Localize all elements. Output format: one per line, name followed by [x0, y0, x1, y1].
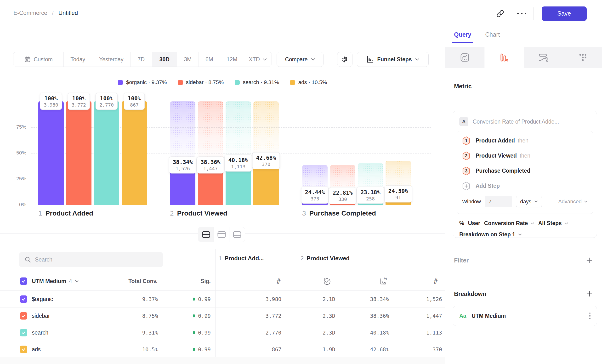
table-row-organic[interactable]: $organic9.37%0.993,9802.1D38.34%1,526: [0, 291, 445, 308]
legend-item-search[interactable]: search · 9.31%: [235, 79, 279, 86]
measure-scope-select[interactable]: All Steps: [538, 220, 561, 226]
window-unit-select[interactable]: days: [516, 196, 542, 207]
tab-chart[interactable]: Chart: [485, 31, 500, 42]
bar-organic-step1[interactable]: 100%3,980: [38, 101, 64, 205]
share-link-button[interactable]: [493, 6, 507, 21]
bar-ads-step3[interactable]: 24.59%91: [386, 101, 411, 205]
row-checkbox[interactable]: [20, 312, 27, 320]
window-value-input[interactable]: [485, 196, 512, 207]
chart-type-funnel[interactable]: [484, 47, 524, 68]
view-toggle-table-only[interactable]: [229, 227, 245, 242]
query-step-1[interactable]: 1Product Addedthen: [457, 133, 593, 148]
bar-value-label: 22.81%330: [329, 187, 356, 204]
bar-count: 3,980: [44, 102, 58, 108]
add-filter-button[interactable]: [586, 257, 593, 264]
bar-sidebar-step1[interactable]: 100%3,772: [66, 101, 91, 205]
range-12m[interactable]: 12M: [220, 52, 244, 67]
sig-number: 0.99: [198, 296, 211, 302]
range-xtd[interactable]: XTD: [244, 52, 271, 67]
sig-number: 0.99: [198, 330, 211, 335]
significance-dot: [193, 348, 195, 351]
count-column-icon[interactable]: #: [433, 277, 438, 285]
advanced-toggle[interactable]: Advanced: [558, 199, 588, 205]
filter-section: Filter: [454, 254, 593, 267]
measure-type-select[interactable]: Conversion Rate: [484, 220, 528, 226]
bar-ads-step1[interactable]: 100%867: [122, 101, 147, 205]
range-label: 6M: [205, 56, 213, 63]
measure-entity[interactable]: User: [468, 220, 480, 226]
range-30d[interactable]: 30D: [152, 52, 177, 67]
range-today[interactable]: Today: [64, 52, 92, 67]
chart-settings-button[interactable]: [337, 52, 353, 67]
bar-group-step-2: 38.34%1,52638.36%1,44740.18%1,11342.68%3…: [170, 101, 279, 205]
range-yesterday[interactable]: Yesterday: [92, 52, 130, 67]
count-column-icon[interactable]: #: [276, 277, 281, 285]
table-row-ads[interactable]: ads10.5%0.998671.9D42.68%370: [0, 341, 445, 358]
breakdown-column-header[interactable]: UTM Medium 4: [32, 278, 78, 285]
legend-item-sidebar[interactable]: sidebar · 8.75%: [178, 79, 224, 86]
save-button[interactable]: Save: [542, 6, 587, 21]
add-step-button[interactable]: Add Step: [457, 178, 593, 193]
compare-button[interactable]: Compare: [277, 52, 323, 67]
breakdown-on-select[interactable]: Breakdown on Step 1: [453, 226, 597, 238]
chart-type-dots[interactable]: [563, 47, 602, 68]
window-label: Window: [462, 199, 481, 205]
more-options-button[interactable]: [515, 6, 529, 21]
chart-type-flow[interactable]: [524, 47, 563, 68]
table-step1-header[interactable]: 1 Product Add...: [219, 255, 264, 262]
total-conv-column-header[interactable]: Total Conv.: [128, 278, 158, 285]
legend-item-organic[interactable]: $organic · 9.37%: [118, 79, 167, 86]
table-row-sidebar[interactable]: sidebar8.75%0.993,7722.3D38.36%1,447: [0, 308, 445, 324]
row-checkbox[interactable]: [20, 329, 27, 336]
funnel-steps-list: 1Product Addedthen 2Product Viewedthen 3…: [457, 133, 593, 178]
bar-sidebar-step3[interactable]: 22.81%330: [330, 101, 355, 205]
step-badge-icon: 3: [462, 166, 470, 176]
bar-organic-step2[interactable]: 38.34%1,526: [170, 101, 195, 205]
metric-title-row[interactable]: A Conversion Rate of Product Adde...: [453, 111, 597, 126]
panel-tabs: Query Chart: [454, 31, 500, 42]
link-icon: [496, 10, 504, 18]
view-toggle-chart-only[interactable]: [214, 227, 229, 242]
conversion-rate-column-icon[interactable]: %: [379, 277, 387, 285]
bar-value-label: 100%2,770: [96, 93, 118, 110]
table-row-search[interactable]: search9.31%0.992,7702.3D40.18%1,113: [0, 324, 445, 341]
query-step-3[interactable]: 3Purchase Completed: [457, 163, 593, 178]
range-custom[interactable]: Custom: [13, 52, 64, 67]
table-step2-header[interactable]: 2 Product Viewed: [301, 255, 350, 262]
range-6m[interactable]: 6M: [199, 52, 220, 67]
add-breakdown-button[interactable]: [586, 290, 593, 297]
chart-type-line[interactable]: [445, 47, 484, 68]
row-checkbox[interactable]: [20, 295, 27, 303]
bar-search-step3[interactable]: 23.18%258: [358, 101, 383, 205]
time-to-convert-icon[interactable]: [323, 277, 331, 285]
breakdown-item-utm-medium[interactable]: Aa UTM Medium: [453, 306, 597, 326]
measure-row: % User Conversion Rate All Steps: [453, 214, 597, 226]
kebab-menu-icon[interactable]: [589, 312, 591, 320]
range-7d[interactable]: 7D: [130, 52, 152, 67]
step-number: 1: [38, 210, 42, 217]
y-axis-tick: 50%: [7, 150, 26, 156]
select-all-checkbox[interactable]: [20, 278, 27, 285]
legend-item-ads[interactable]: ads · 10.5%: [290, 79, 327, 86]
bar-search-step2[interactable]: 40.18%1,113: [226, 101, 251, 205]
query-step-2[interactable]: 2Product Viewedthen: [457, 148, 593, 163]
flow-icon: [538, 53, 548, 62]
bar-ads-step2[interactable]: 42.68%370: [253, 101, 279, 205]
sig-column-header[interactable]: Sig.: [201, 278, 211, 285]
bar-sidebar-step2[interactable]: 38.36%1,447: [198, 101, 223, 205]
breadcrumb-current[interactable]: Untitled: [58, 10, 78, 16]
view-toggle-split[interactable]: [198, 227, 214, 242]
bar-search-step1[interactable]: 100%2,770: [94, 101, 119, 205]
tab-query[interactable]: Query: [454, 31, 471, 42]
row-checkbox[interactable]: [20, 346, 27, 353]
bar-organic-step3[interactable]: 24.44%373: [302, 101, 328, 205]
range-3m[interactable]: 3M: [177, 52, 199, 67]
advanced-label: Advanced: [558, 199, 582, 205]
gear-icon: [341, 56, 348, 63]
measure-prefix[interactable]: %: [459, 220, 464, 226]
chart-type-button[interactable]: Funnel Steps: [357, 52, 429, 67]
query-step-label: Purchase Completed: [476, 168, 530, 174]
search-input[interactable]: [35, 257, 158, 263]
breadcrumb-parent[interactable]: E-Commerce: [13, 10, 47, 16]
step-then-label: then: [518, 138, 528, 144]
